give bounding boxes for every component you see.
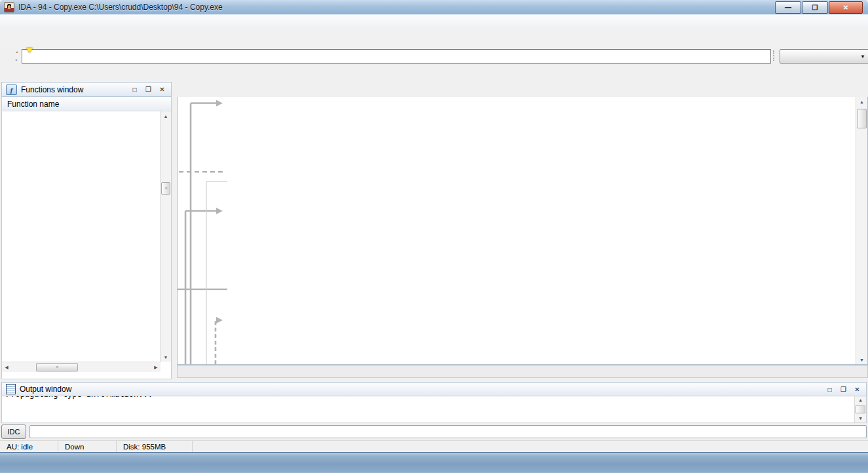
output-window-titlebar: Output window (1, 382, 867, 396)
view-tabs (177, 82, 868, 98)
window-title: IDA - 94 - Copy.exe C:\Users\crudd\Deskt… (18, 3, 223, 12)
restore-button[interactable] (802, 1, 828, 14)
disassembly-vertical-scrollbar[interactable]: ▲ ▼ (856, 97, 867, 364)
ida-application-window: IDA - 94 - Copy.exe C:\Users\crudd\Deskt… (0, 0, 868, 473)
ida-app-icon (4, 2, 14, 12)
color-legend (0, 64, 868, 81)
scroll-left-arrow[interactable]: ◀ (2, 362, 11, 372)
scroll-down-arrow[interactable]: ▼ (855, 415, 866, 423)
functions-close-button[interactable] (157, 85, 167, 94)
scrollbar-thumb[interactable] (857, 109, 867, 128)
functions-window-title: Functions window (21, 85, 126, 94)
disk-space-status: Disk: 955MB (117, 441, 193, 453)
title-bar: IDA - 94 - Copy.exe C:\Users\crudd\Deskt… (0, 0, 868, 15)
disassembly-listing (178, 98, 856, 364)
main-area: f Functions window Function name ▲ ≡ ▼ ◀ (0, 80, 868, 380)
scroll-up-arrow[interactable]: ▲ (160, 111, 171, 121)
windows-taskbar (0, 452, 868, 473)
output-scrollbar[interactable]: ▲ ▼ (854, 396, 866, 423)
idc-prompt-button[interactable]: IDC (1, 425, 26, 439)
navband-scroll-buttons[interactable]: ◂▸ (16, 50, 21, 62)
functions-list (2, 111, 160, 362)
scroll-up-arrow[interactable]: ▲ (856, 97, 867, 106)
functions-horizontal-scrollbar[interactable]: ◀ ≡ ▶ (2, 362, 160, 372)
output-log: Propagating type information... ▲ ▼ (1, 396, 867, 423)
output-close-button[interactable] (852, 385, 862, 394)
scroll-down-arrow[interactable]: ▼ (160, 352, 171, 362)
toolbar-grip (773, 50, 774, 61)
disassembly-panel: ▲ ▼ (177, 80, 868, 380)
autoanalysis-status: AU: idle (0, 441, 58, 453)
functions-float-button[interactable] (143, 85, 153, 94)
navigation-band[interactable] (22, 49, 771, 64)
scrollbar-thumb[interactable]: ≡ (36, 363, 78, 371)
output-clipped-line: Propagating type information... (2, 396, 866, 400)
disassembly-status-line (177, 365, 868, 378)
main-toolbar (0, 29, 868, 48)
menu-bar (0, 14, 868, 29)
connection-status: Down (58, 441, 117, 453)
scrollbar-thumb[interactable]: ≡ (161, 182, 170, 195)
output-maximize-button[interactable] (825, 385, 835, 394)
functions-window-titlebar: f Functions window (1, 82, 172, 97)
output-window-title: Output window (20, 385, 821, 394)
scroll-right-arrow[interactable]: ▶ (151, 362, 160, 372)
output-float-button[interactable] (839, 385, 848, 394)
navband-position-marker (26, 48, 33, 53)
output-window: Output window Propagating type informati… (0, 380, 868, 440)
functions-window: f Functions window Function name ▲ ≡ ▼ ◀ (1, 82, 172, 378)
scroll-down-arrow[interactable]: ▼ (856, 355, 867, 364)
function-name-column-header[interactable]: Function name (2, 97, 171, 111)
ida-view-a[interactable]: ▲ ▼ (177, 97, 868, 365)
functions-vertical-scrollbar[interactable]: ▲ ≡ ▼ (160, 111, 171, 362)
functions-window-icon: f (6, 85, 17, 95)
name-selector-combo[interactable]: ▼ (780, 49, 868, 64)
command-input[interactable] (29, 425, 867, 438)
status-bar: AU: idle Down Disk: 955MB (0, 440, 868, 453)
scrollbar-thumb[interactable] (856, 406, 865, 413)
minimize-button[interactable] (775, 1, 801, 14)
functions-maximize-button[interactable] (130, 85, 140, 94)
output-window-icon (6, 384, 16, 394)
scroll-up-arrow[interactable]: ▲ (855, 396, 866, 404)
close-button[interactable] (829, 1, 863, 14)
navigation-band-row: ◂▸ ▼ (0, 47, 868, 65)
